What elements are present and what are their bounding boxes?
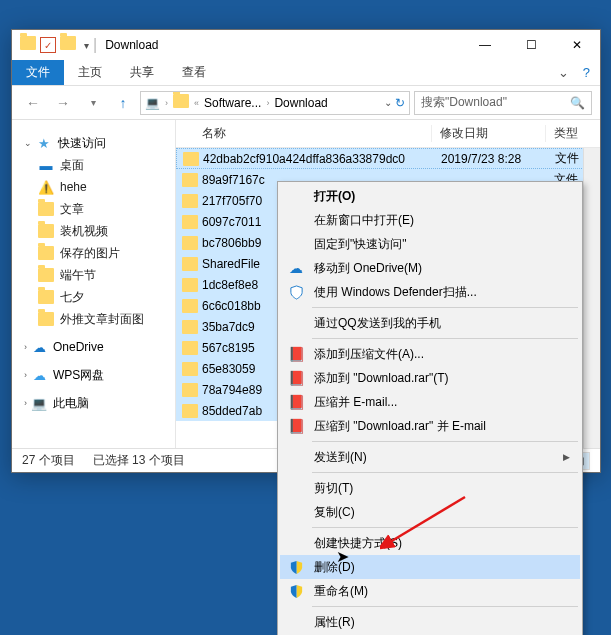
- nav-duanwu[interactable]: 端午节: [12, 264, 175, 286]
- search-placeholder: 搜索"Download": [421, 94, 507, 111]
- minimize-button[interactable]: —: [462, 30, 508, 60]
- tab-file[interactable]: 文件: [12, 60, 64, 85]
- menu-qq-send[interactable]: 通过QQ发送到我的手机: [280, 311, 580, 335]
- file-name: 78a794e89: [202, 383, 262, 397]
- nav-thispc[interactable]: ›💻此电脑: [12, 392, 175, 414]
- file-name: 65e83059: [202, 362, 255, 376]
- nav-onedrive[interactable]: ›☁OneDrive: [12, 336, 175, 358]
- menu-shortcut[interactable]: 创建快捷方式(S): [280, 531, 580, 555]
- tab-home[interactable]: 主页: [64, 60, 116, 85]
- warning-icon: ⚠️: [38, 179, 54, 195]
- desktop-icon: ▬: [38, 157, 54, 173]
- cloud-icon: ☁: [286, 258, 306, 278]
- nav-pane: ⌄ ★ 快速访问 ▬桌面 ⚠️hehe 文章 装机视频 保存的图片 端午节 七夕…: [12, 120, 176, 448]
- breadcrumb-seg[interactable]: Download: [274, 96, 327, 110]
- winrar-icon: 📕: [286, 392, 306, 412]
- qat-dropdown-icon[interactable]: ▾: [84, 40, 89, 51]
- nav-desktop[interactable]: ▬桌面: [12, 154, 175, 176]
- folder-icon: [38, 311, 54, 327]
- tab-share[interactable]: 共享: [116, 60, 168, 85]
- menu-properties[interactable]: 属性(R): [280, 610, 580, 634]
- folder-icon: [182, 236, 198, 250]
- menu-cut[interactable]: 剪切(T): [280, 476, 580, 500]
- qat-divider: |: [93, 36, 97, 54]
- folder-icon: [38, 245, 54, 261]
- menu-rename[interactable]: 重命名(M): [280, 579, 580, 603]
- nav-saved-images[interactable]: 保存的图片: [12, 242, 175, 264]
- up-button[interactable]: ↑: [110, 90, 136, 116]
- titlebar: ✓ ▾ | Download — ☐ ✕: [12, 30, 600, 60]
- search-input[interactable]: 搜索"Download" 🔍: [414, 91, 592, 115]
- nav-covers[interactable]: 外推文章封面图: [12, 308, 175, 330]
- pc-icon: 💻: [31, 395, 47, 411]
- shield-icon: [286, 282, 306, 302]
- folder-icon: [182, 341, 198, 355]
- file-name: 6097c7011: [202, 215, 261, 229]
- menu-send-to[interactable]: 发送到(N)▶: [280, 445, 580, 469]
- col-modified[interactable]: 修改日期: [432, 125, 546, 142]
- folder-icon: [182, 278, 198, 292]
- menu-open-new-window[interactable]: 在新窗口中打开(E): [280, 208, 580, 232]
- search-icon: 🔍: [570, 96, 585, 110]
- menu-defender[interactable]: 使用 Windows Defender扫描...: [280, 280, 580, 304]
- menu-onedrive[interactable]: ☁移动到 OneDrive(M): [280, 256, 580, 280]
- nav-articles[interactable]: 文章: [12, 198, 175, 220]
- menu-add-archive[interactable]: 📕添加到压缩文件(A)...: [280, 342, 580, 366]
- help-icon[interactable]: ?: [583, 65, 590, 80]
- folder-icon: [38, 267, 54, 283]
- folder-icon: [182, 383, 198, 397]
- folder-icon: [182, 257, 198, 271]
- col-type[interactable]: 类型: [546, 125, 600, 142]
- recent-dropdown-icon[interactable]: ▾: [80, 90, 106, 116]
- menu-open[interactable]: 打开(O): [280, 184, 580, 208]
- menu-add-rar[interactable]: 📕添加到 "Download.rar"(T): [280, 366, 580, 390]
- file-name: 89a9f7167c: [202, 173, 265, 187]
- nav-qixi[interactable]: 七夕: [12, 286, 175, 308]
- ribbon-expand-icon[interactable]: ⌄: [558, 65, 569, 80]
- file-name: 42dbab2cf910a424dffa836a33879dc0: [203, 152, 405, 166]
- nav-quick-access[interactable]: ⌄ ★ 快速访问: [12, 132, 175, 154]
- winrar-icon: 📕: [286, 416, 306, 436]
- chevron-down-icon[interactable]: ⌄: [384, 97, 392, 108]
- file-name: 6c6c018bb: [202, 299, 261, 313]
- qat-checkbox-icon[interactable]: ✓: [40, 37, 56, 53]
- folder-icon: [182, 362, 198, 376]
- pc-icon: 💻: [145, 96, 160, 110]
- nav-wps[interactable]: ›☁WPS网盘: [12, 364, 175, 386]
- menu-compress-email[interactable]: 📕压缩并 E-mail...: [280, 390, 580, 414]
- ribbon-tabs: 文件 主页 共享 查看 ⌄ ?: [12, 60, 600, 86]
- menu-delete[interactable]: 删除(D): [280, 555, 580, 579]
- file-name: 85dded7ab: [202, 404, 262, 418]
- folder-icon: [182, 194, 198, 208]
- back-button[interactable]: ←: [20, 90, 46, 116]
- window-title: Download: [105, 38, 158, 52]
- menu-rar-email[interactable]: 📕压缩到 "Download.rar" 并 E-mail: [280, 414, 580, 438]
- file-modified: 2019/7/23 8:28: [433, 152, 547, 166]
- winrar-icon: 📕: [286, 344, 306, 364]
- col-name[interactable]: 名称: [202, 126, 226, 140]
- uac-shield-icon: [286, 557, 306, 577]
- refresh-icon[interactable]: ↻: [395, 96, 405, 110]
- folder-icon: [182, 320, 198, 334]
- file-name: 217f705f70: [202, 194, 262, 208]
- menu-pin-quick[interactable]: 固定到"快速访问": [280, 232, 580, 256]
- folder-icon: [183, 152, 199, 166]
- file-row[interactable]: 42dbab2cf910a424dffa836a33879dc02019/7/2…: [176, 148, 600, 169]
- nav-hehe[interactable]: ⚠️hehe: [12, 176, 175, 198]
- qat-folder-icon[interactable]: [60, 36, 76, 54]
- breadcrumb-seg[interactable]: Software...: [204, 96, 261, 110]
- close-button[interactable]: ✕: [554, 30, 600, 60]
- column-headers[interactable]: 名称 修改日期 类型: [176, 120, 600, 148]
- menu-copy[interactable]: 复制(C): [280, 500, 580, 524]
- file-name: 567c8195: [202, 341, 255, 355]
- folder-icon: [182, 404, 198, 418]
- nav-toolbar: ← → ▾ ↑ 💻 › « Software... › Download ⌄ ↻…: [12, 86, 600, 120]
- cloud-icon: ☁: [31, 339, 47, 355]
- forward-button[interactable]: →: [50, 90, 76, 116]
- nav-videos[interactable]: 装机视频: [12, 220, 175, 242]
- breadcrumb[interactable]: 💻 › « Software... › Download ⌄ ↻: [140, 91, 410, 115]
- status-selected: 已选择 13 个项目: [93, 452, 185, 469]
- tab-view[interactable]: 查看: [168, 60, 220, 85]
- uac-shield-icon: [286, 581, 306, 601]
- maximize-button[interactable]: ☐: [508, 30, 554, 60]
